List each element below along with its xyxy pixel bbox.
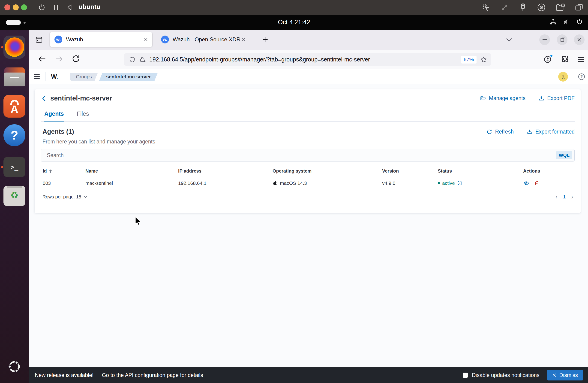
- screen: ubuntu Oct 4 21:42 A: [0, 0, 588, 383]
- close-tab-icon[interactable]: [241, 37, 246, 42]
- power-icon[interactable]: [38, 3, 46, 13]
- close-tab-icon[interactable]: [144, 37, 148, 42]
- tab-wazuh-xdr[interactable]: w. Wazuh - Open Source XDR: [156, 32, 252, 47]
- column-header-version[interactable]: Version: [382, 168, 438, 174]
- wazuh-header: W. Groups sentintel-mc-server a ?: [29, 69, 588, 84]
- next-page-icon[interactable]: ›: [571, 194, 573, 200]
- tab-agents[interactable]: Agents: [44, 111, 64, 121]
- dock-item-trash[interactable]: ♻: [3, 186, 25, 206]
- table-row: 003 mac-sentinel 192.168.64.1 macOS 14.3…: [43, 176, 575, 190]
- dock-item-app-center[interactable]: A: [3, 95, 25, 118]
- close-traffic-light[interactable]: [4, 4, 10, 10]
- agent-ip: 192.168.64.1: [178, 180, 273, 186]
- pause-icon[interactable]: [53, 4, 58, 12]
- column-header-os[interactable]: Operating system: [273, 168, 382, 174]
- refresh-icon: [486, 129, 492, 135]
- dock-item-help[interactable]: ?: [3, 124, 25, 146]
- shared-folder-icon[interactable]: [555, 3, 565, 12]
- close-icon: [552, 373, 556, 377]
- previous-page-icon[interactable]: ‹: [555, 194, 558, 200]
- trash-icon: [7, 186, 22, 188]
- search-input[interactable]: [41, 149, 575, 161]
- workspace-pill-indicator[interactable]: [6, 20, 21, 25]
- system-status-area[interactable]: [550, 18, 583, 25]
- firefox-view-icon[interactable]: [34, 35, 44, 45]
- wazuh-logo[interactable]: W.: [51, 73, 59, 80]
- bookmark-star-icon[interactable]: [480, 56, 487, 63]
- back-chevron-icon[interactable]: [41, 95, 47, 102]
- muted-volume-icon: [563, 18, 570, 25]
- list-all-tabs-icon[interactable]: [506, 37, 513, 42]
- url-text[interactable]: 192.168.64.5/app/endpoint-groups#/manage…: [149, 56, 370, 63]
- manage-agents-button[interactable]: Manage agents: [480, 95, 526, 101]
- back-icon[interactable]: [38, 54, 47, 64]
- page-title: sentintel-mc-server: [50, 94, 112, 102]
- export-pdf-button[interactable]: Export PDF: [538, 95, 575, 101]
- column-header-status[interactable]: Status: [438, 168, 523, 174]
- menu-icon[interactable]: [578, 57, 584, 62]
- zoom-traffic-light[interactable]: [21, 4, 27, 10]
- url-bar[interactable]: ! 192.168.64.5/app/endpoint-groups#/mana…: [124, 53, 491, 66]
- capture-cursor-icon[interactable]: [481, 3, 491, 12]
- shield-icon[interactable]: [129, 56, 135, 63]
- sort-asc-icon: [49, 169, 52, 173]
- column-header-name[interactable]: Name: [85, 168, 178, 174]
- minimize-traffic-light[interactable]: [13, 4, 19, 10]
- column-header-ip[interactable]: IP address: [178, 168, 273, 174]
- wazuh-menu-icon[interactable]: [34, 74, 40, 79]
- rows-per-page-selector[interactable]: Rows per page: 15: [42, 194, 88, 200]
- agents-table: Id Name IP address Operating system Vers…: [43, 166, 575, 190]
- api-configuration-link[interactable]: Go to the API configuration page for det…: [102, 372, 203, 378]
- tab-separator: [44, 35, 44, 44]
- avatar[interactable]: a: [558, 72, 568, 82]
- account-icon[interactable]: [544, 55, 552, 64]
- wql-badge[interactable]: WQL: [556, 151, 572, 159]
- minimize-button[interactable]: [539, 34, 550, 45]
- breadcrumb-current-group[interactable]: sentintel-mc-server: [99, 73, 158, 81]
- reload-icon[interactable]: [72, 54, 80, 63]
- workspace-dot-indicator[interactable]: [23, 22, 26, 24]
- vm-toolbar: [481, 2, 584, 12]
- dock-item-firefox[interactable]: [3, 36, 25, 59]
- checkbox-label: Disable updates notifications: [472, 372, 540, 378]
- usb-icon[interactable]: [518, 3, 527, 12]
- agent-os: macOS 14.3: [273, 180, 382, 186]
- pagination: ‹ 1 ›: [555, 194, 575, 200]
- clock[interactable]: Oct 4 21:42: [278, 19, 310, 26]
- wazuh-favicon: w.: [54, 36, 62, 44]
- column-header-id[interactable]: Id: [43, 168, 85, 174]
- refresh-button[interactable]: Refresh: [486, 129, 514, 135]
- dismiss-button[interactable]: Dismiss: [547, 370, 584, 381]
- breadcrumb-groups[interactable]: Groups: [70, 73, 98, 81]
- dock-item-terminal[interactable]: >_: [3, 157, 25, 177]
- insecure-lock-icon[interactable]: !: [139, 56, 146, 63]
- help-menu-icon[interactable]: ?: [578, 73, 585, 80]
- display-windows-icon[interactable]: [575, 3, 584, 12]
- gnome-topbar: Oct 4 21:42: [0, 15, 588, 30]
- dock-item-files[interactable]: [3, 66, 25, 88]
- tab-wazuh[interactable]: w. Wazuh: [50, 32, 152, 47]
- resize-window-icon[interactable]: [500, 3, 509, 12]
- zoom-level-badge[interactable]: 67%: [461, 56, 477, 64]
- cd-drive-icon[interactable]: [537, 3, 546, 12]
- new-tab-button[interactable]: [261, 36, 269, 43]
- disable-updates-checkbox[interactable]: [463, 373, 468, 378]
- extensions-icon[interactable]: [561, 55, 569, 64]
- tab-files[interactable]: Files: [76, 111, 89, 121]
- page-number[interactable]: 1: [563, 194, 566, 200]
- info-icon[interactable]: [457, 180, 462, 186]
- power-status-icon: [576, 18, 583, 25]
- ubuntu-dock: A ? >_ ♻: [0, 30, 29, 383]
- close-window-button[interactable]: [574, 34, 585, 45]
- maximize-button[interactable]: [557, 34, 567, 45]
- agent-name: mac-sentinel: [85, 180, 178, 186]
- macos-titlebar: ubuntu: [0, 0, 588, 15]
- apple-logo-icon: [273, 180, 278, 186]
- back-triangle-icon[interactable]: [66, 4, 73, 12]
- status-dot: [438, 182, 440, 184]
- export-formatted-button[interactable]: Export formatted: [527, 129, 575, 135]
- view-agent-eye-icon[interactable]: [523, 180, 529, 186]
- forward-icon[interactable]: [54, 54, 63, 64]
- download-icon: [527, 129, 533, 135]
- delete-agent-trash-icon[interactable]: [534, 180, 540, 186]
